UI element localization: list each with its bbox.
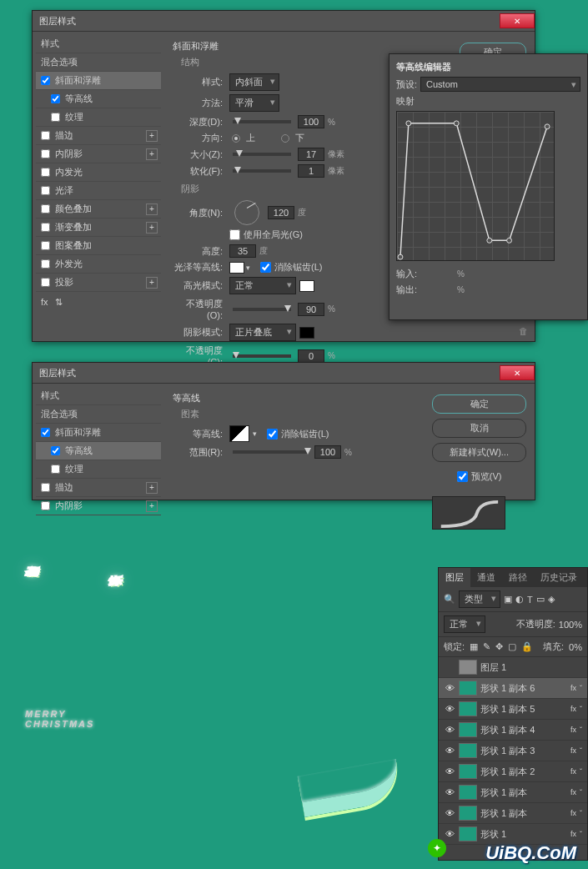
tab-layers[interactable]: 图层 bbox=[439, 568, 470, 587]
technique-dropdown[interactable]: 平滑 bbox=[229, 94, 279, 112]
up-radio[interactable] bbox=[232, 134, 240, 143]
highlight-color-swatch[interactable] bbox=[299, 280, 314, 292]
layer-thumb[interactable] bbox=[459, 743, 477, 758]
fill-value[interactable]: 0% bbox=[569, 642, 582, 652]
chevron-icon[interactable]: ˇ bbox=[580, 705, 582, 713]
blend-options[interactable]: 混合选项 bbox=[36, 53, 161, 72]
global-light-checkbox[interactable] bbox=[229, 229, 240, 240]
layer-thumb[interactable] bbox=[459, 660, 477, 675]
highlight-mode-dropdown[interactable]: 正常 bbox=[229, 277, 296, 294]
visibility-icon[interactable]: 👁 bbox=[444, 683, 455, 693]
filter-shape-icon[interactable]: ▭ bbox=[536, 594, 545, 605]
down-radio[interactable] bbox=[281, 134, 289, 143]
contour-swatch[interactable] bbox=[229, 425, 249, 442]
blend-options[interactable]: 混合选项 bbox=[36, 405, 161, 424]
add-icon[interactable]: + bbox=[146, 130, 158, 142]
layer-thumb[interactable] bbox=[459, 806, 477, 821]
fx-badge[interactable]: fx bbox=[570, 767, 576, 776]
preview-checkbox[interactable] bbox=[457, 471, 468, 482]
layer-row[interactable]: 👁形状 1 副本 6fxˇ bbox=[439, 678, 587, 699]
stroke-checkbox[interactable] bbox=[41, 131, 50, 140]
outer-glow-item[interactable]: 外发光 bbox=[36, 255, 161, 274]
add-icon[interactable]: + bbox=[146, 148, 158, 160]
texture-item[interactable]: 纹理 bbox=[36, 108, 161, 127]
ok-button[interactable]: 确定 bbox=[432, 394, 526, 414]
shadow-opacity-input[interactable]: 0 bbox=[298, 349, 324, 363]
bevel-checkbox[interactable] bbox=[41, 76, 50, 85]
tab-history[interactable]: 历史记录 bbox=[534, 568, 584, 587]
stroke-checkbox[interactable] bbox=[41, 483, 50, 492]
drop-shadow-item[interactable]: 投影+ bbox=[36, 274, 161, 292]
stroke-item[interactable]: 描边+ bbox=[36, 127, 161, 145]
fx-badge[interactable]: fx bbox=[570, 726, 576, 734]
range-slider[interactable] bbox=[233, 450, 308, 454]
lock-artboard-icon[interactable]: ▢ bbox=[508, 641, 516, 652]
add-icon[interactable]: + bbox=[146, 203, 158, 215]
visibility-icon[interactable]: 👁 bbox=[444, 725, 455, 735]
highlight-opacity-slider[interactable] bbox=[233, 308, 291, 311]
size-slider[interactable] bbox=[233, 153, 291, 156]
inner-shadow-checkbox[interactable] bbox=[41, 501, 50, 510]
filter-type-icon[interactable]: T bbox=[527, 595, 533, 605]
lock-pixels-icon[interactable]: ▦ bbox=[470, 641, 478, 652]
fx-badge[interactable]: fx bbox=[570, 705, 576, 713]
soften-slider[interactable] bbox=[233, 169, 291, 173]
layer-row[interactable]: 👁形状 1 副本fxˇ bbox=[439, 782, 587, 803]
inner-shadow-item[interactable]: 内阴影+ bbox=[36, 497, 161, 515]
chevron-icon[interactable]: ˇ bbox=[580, 684, 582, 692]
filter-adjust-icon[interactable]: ◐ bbox=[515, 594, 524, 605]
trash-icon[interactable]: 🗑 bbox=[519, 326, 528, 336]
preset-dropdown[interactable]: Custom bbox=[420, 77, 580, 92]
visibility-icon[interactable]: 👁 bbox=[444, 704, 455, 714]
visibility-icon[interactable]: 👁 bbox=[444, 746, 455, 756]
stroke-item[interactable]: 描边+ bbox=[36, 479, 161, 497]
size-input[interactable]: 17 bbox=[298, 148, 324, 161]
lock-position-icon[interactable]: ✥ bbox=[495, 641, 503, 652]
fx-badge[interactable]: fx bbox=[570, 830, 576, 838]
tab-paths[interactable]: 路径 bbox=[502, 568, 534, 587]
outer-glow-checkbox[interactable] bbox=[41, 259, 50, 269]
contour-item[interactable]: 等高线 bbox=[36, 442, 161, 460]
layer-row[interactable]: 👁形状 1 副本fxˇ bbox=[439, 803, 587, 824]
bevel-checkbox[interactable] bbox=[41, 428, 50, 437]
tab-channels[interactable]: 通道 bbox=[470, 568, 502, 587]
close-button[interactable]: ✕ bbox=[500, 13, 535, 28]
texture-item[interactable]: 纹理 bbox=[36, 460, 161, 479]
gloss-contour-swatch[interactable] bbox=[229, 262, 244, 274]
style-dropdown[interactable]: 内斜面 bbox=[229, 73, 279, 91]
inner-shadow-item[interactable]: 内阴影+ bbox=[36, 145, 161, 163]
inner-glow-checkbox[interactable] bbox=[41, 168, 50, 177]
contour-item[interactable]: 等高线 bbox=[36, 90, 161, 108]
chevron-icon[interactable]: ˇ bbox=[580, 788, 582, 796]
layer-row[interactable]: 👁形状 1 副本 5fxˇ bbox=[439, 699, 587, 720]
pattern-overlay-checkbox[interactable] bbox=[41, 241, 50, 250]
chevron-icon[interactable]: ˇ bbox=[580, 746, 582, 755]
texture-checkbox[interactable] bbox=[51, 113, 60, 122]
visibility-icon[interactable]: 👁 bbox=[444, 829, 455, 839]
drop-shadow-checkbox[interactable] bbox=[41, 278, 50, 287]
angle-widget[interactable] bbox=[234, 200, 259, 225]
shadow-opacity-slider[interactable] bbox=[233, 354, 291, 358]
fx-badge[interactable]: fx bbox=[570, 809, 576, 817]
angle-input[interactable]: 120 bbox=[268, 206, 294, 219]
satin-checkbox[interactable] bbox=[41, 186, 50, 195]
bevel-emboss-item[interactable]: 斜面和浮雕 bbox=[36, 72, 161, 90]
lock-brush-icon[interactable]: ✎ bbox=[483, 641, 490, 652]
layer-thumb[interactable] bbox=[459, 764, 477, 779]
highlight-opacity-input[interactable]: 90 bbox=[298, 303, 324, 316]
color-overlay-item[interactable]: 颜色叠加+ bbox=[36, 200, 161, 219]
opacity-value[interactable]: 100% bbox=[559, 620, 582, 630]
add-icon[interactable]: + bbox=[146, 277, 158, 289]
filter-pixel-icon[interactable]: ▣ bbox=[504, 594, 512, 605]
lock-all-icon[interactable]: 🔒 bbox=[521, 641, 533, 652]
pattern-overlay-item[interactable]: 图案叠加 bbox=[36, 237, 161, 255]
chevron-icon[interactable]: ˇ bbox=[580, 830, 582, 838]
blend-mode-dropdown[interactable]: 正常 bbox=[444, 615, 485, 633]
layer-thumb[interactable] bbox=[459, 701, 477, 716]
shadow-mode-dropdown[interactable]: 正片叠底 bbox=[229, 324, 296, 341]
inner-glow-item[interactable]: 内发光 bbox=[36, 163, 161, 182]
contour-checkbox[interactable] bbox=[51, 446, 60, 455]
range-input[interactable]: 100 bbox=[314, 445, 341, 459]
color-overlay-checkbox[interactable] bbox=[41, 204, 50, 213]
new-style-button[interactable]: 新建样式(W)... bbox=[432, 443, 526, 462]
